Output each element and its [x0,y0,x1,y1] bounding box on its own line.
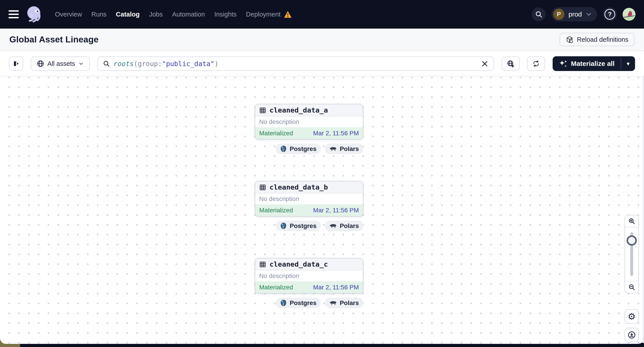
polars-bear-icon [329,300,337,306]
asset-scope-filter[interactable]: All assets [31,56,90,71]
user-avatar[interactable] [622,8,636,21]
polars-bear-icon [329,146,337,152]
asset-tag-row: Postgres Polars [255,144,363,154]
asset-status-row: Materialized Mar 2, 11:56 PM [255,281,363,293]
graph-settings-button[interactable]: ⚙ [624,309,639,324]
globe-add-icon [507,60,514,67]
reload-cube-icon [566,36,574,43]
tag-polars[interactable]: Polars [325,298,363,308]
tag-label: Postgres [290,145,317,152]
dagster-app: Overview Runs Catalog Jobs Automation In… [0,0,644,347]
table-icon [259,184,266,191]
zoom-in-icon [628,218,635,225]
refresh-graph-button[interactable] [527,56,545,71]
zoom-slider-thumb[interactable] [626,235,637,246]
open-side-panel-button[interactable] [9,56,23,71]
asset-description: No description [255,193,363,204]
lineage-canvas[interactable]: cleaned_data_a No description Materializ… [0,77,644,344]
asset-status-row: Materialized Mar 2, 11:56 PM [255,204,363,216]
table-icon [259,107,266,114]
asset-description: No description [255,116,363,127]
tag-postgres[interactable]: Postgres [276,144,321,154]
dagster-logo-icon[interactable] [24,4,45,25]
materialize-options-button[interactable]: ▾ [621,56,635,71]
tag-label: Polars [340,300,359,307]
nav-item-deployment[interactable]: Deployment [246,11,292,18]
status-badge: Materialized [259,130,293,137]
nav-item-overview[interactable]: Overview [55,11,82,18]
status-badge: Materialized [259,207,293,214]
materialization-timestamp[interactable]: Mar 2, 11:56 PM [313,130,359,137]
zoom-in-button[interactable] [625,215,638,227]
materialization-timestamp[interactable]: Mar 2, 11:56 PM [313,207,359,214]
global-search-button[interactable] [532,7,546,21]
zoom-out-button[interactable] [625,281,638,293]
reload-definitions-label: Reload definitions [577,36,628,43]
tag-label: Postgres [290,222,317,230]
asset-description: No description [255,270,363,281]
table-icon [259,261,266,268]
clear-search-button[interactable]: × [481,59,489,68]
asset-tag-row: Postgres Polars [255,298,363,308]
asset-name: cleaned_data_a [270,106,328,114]
postgres-icon [280,300,287,306]
deployment-badge: P [553,9,564,20]
tag-postgres[interactable]: Postgres [276,298,321,308]
warning-triangle-icon [284,11,292,18]
tag-postgres[interactable]: Postgres [276,221,321,231]
tag-label: Polars [340,222,359,230]
nav-item-catalog[interactable]: Catalog [116,11,140,18]
asset-name: cleaned_data_b [270,183,328,191]
view-full-graph-button[interactable] [502,56,520,71]
zoom-slider [625,227,638,281]
materialize-all-split-button: Materialize all ▾ [552,56,635,71]
asset-selection-input[interactable]: roots(group:"public_data") × [98,56,494,71]
postgres-icon [280,145,287,152]
status-badge: Materialized [259,284,293,291]
nav-item-automation[interactable]: Automation [172,11,205,18]
deployment-switcher[interactable]: P prod [552,7,597,21]
page-title: Global Asset Lineage [10,35,98,44]
tag-polars[interactable]: Polars [325,144,363,154]
refresh-icon [532,60,540,67]
query-text: roots(group:"public_data") [114,60,218,68]
nav-item-insights[interactable]: Insights [214,11,237,18]
deployment-name: prod [568,10,582,18]
asset-node-cleaned-data-c[interactable]: cleaned_data_c No description Materializ… [255,258,363,294]
download-icon [628,331,636,339]
materialization-timestamp[interactable]: Mar 2, 11:56 PM [313,284,359,291]
nav-item-runs[interactable]: Runs [92,11,106,18]
search-icon [535,10,542,18]
asset-scope-label: All assets [47,60,75,67]
chevron-down-icon [78,61,84,66]
materialize-all-label: Materialize all [571,60,614,67]
asset-status-row: Materialized Mar 2, 11:56 PM [255,127,363,139]
search-icon [103,60,110,67]
asset-node-header: cleaned_data_c [255,258,363,270]
materialize-all-button[interactable]: Materialize all [552,56,621,71]
tag-label: Postgres [290,300,317,307]
chevron-down-icon [586,12,592,16]
asset-node-header: cleaned_data_b [255,181,363,193]
question-mark-icon: ? [604,9,615,20]
asset-node-cleaned-data-b[interactable]: cleaned_data_b No description Materializ… [255,181,363,217]
polars-bear-icon [329,223,337,229]
tag-label: Polars [340,145,359,152]
hamburger-menu-icon[interactable] [8,10,19,18]
nav-item-jobs[interactable]: Jobs [149,11,163,18]
reload-definitions-button[interactable]: Reload definitions [560,33,634,46]
page-header: Global Asset Lineage Reload definitions [0,28,644,51]
globe-icon [37,60,44,67]
sparkles-icon [559,59,567,68]
asset-tag-row: Postgres Polars [255,221,363,231]
tag-polars[interactable]: Polars [325,221,363,231]
asset-node-cleaned-data-a[interactable]: cleaned_data_a No description Materializ… [255,104,363,140]
main-nav: Overview Runs Catalog Jobs Automation In… [55,11,292,18]
top-navbar: Overview Runs Catalog Jobs Automation In… [0,0,644,28]
help-button[interactable]: ? [603,7,617,21]
zoom-out-icon [628,284,635,291]
download-image-button[interactable] [624,328,639,342]
panel-expand-icon [12,60,20,67]
asset-name: cleaned_data_c [270,260,328,268]
gear-icon: ⚙ [628,312,636,321]
